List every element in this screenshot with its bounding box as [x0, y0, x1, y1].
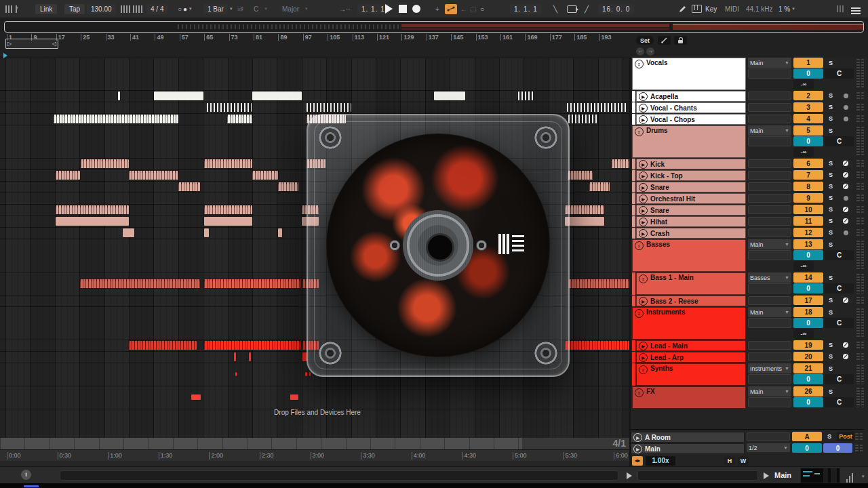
bar-number-ruler[interactable]: 1917253341495765738189971051131211291371… [0, 34, 629, 43]
clip[interactable] [207, 103, 252, 112]
session-record-icon[interactable]: ○ [480, 0, 484, 18]
group-fold-icon[interactable]: ≡ [635, 388, 644, 397]
group-fold-icon[interactable]: ≡ [635, 127, 644, 136]
main-play-icon[interactable] [764, 472, 769, 479]
clip[interactable] [234, 352, 236, 361]
solo-button[interactable]: S [825, 182, 837, 191]
track-name[interactable]: ▶Lead - Main [636, 340, 746, 351]
pan-value[interactable]: C [825, 68, 854, 79]
tap-tempo-button[interactable]: Tap [64, 4, 85, 14]
preview-play-icon[interactable] [627, 472, 632, 479]
set-locator-button[interactable]: Set [636, 36, 654, 45]
play-circle-icon[interactable]: ▶ [639, 342, 648, 350]
layout-selector-icon[interactable]: ▾ [5, 0, 18, 18]
clip[interactable] [290, 394, 298, 400]
track-header-crash[interactable]: ▶Crash12S [632, 228, 865, 239]
track-number-badge[interactable]: 13 [793, 239, 823, 249]
solo-button[interactable]: S [825, 159, 837, 168]
track-number-badge[interactable]: 10 [793, 205, 823, 214]
loop-length-field[interactable]: 16. 0. 0 [598, 4, 634, 14]
arm-button[interactable] [838, 102, 853, 112]
track-name[interactable]: ▶Hihat [636, 216, 746, 227]
return-track-name[interactable]: ▶ A Room [631, 432, 745, 443]
track-number-badge[interactable]: 20 [793, 352, 823, 361]
return-letter-badge[interactable]: A [792, 432, 822, 441]
output-routing-selector[interactable]: Instruments▼ [748, 363, 791, 373]
clip[interactable] [204, 341, 300, 350]
clip[interactable] [568, 115, 598, 123]
clip[interactable] [191, 394, 201, 400]
clip[interactable] [227, 115, 252, 123]
clip[interactable] [204, 159, 252, 168]
lock-envelopes-button[interactable] [674, 36, 687, 45]
track-header-instruments[interactable]: ≡InstrumentsMain▼18S0C-∞ [632, 307, 865, 340]
main-track-lane[interactable]: 4/1 [0, 438, 629, 449]
loop-region-marker[interactable]: ▷ ◁ [5, 39, 58, 49]
play-circle-icon[interactable]: ▶ [639, 206, 648, 215]
input-chooser[interactable] [748, 318, 791, 328]
play-button[interactable] [385, 0, 393, 18]
clip[interactable] [568, 279, 629, 288]
clip[interactable] [54, 115, 178, 123]
input-chooser[interactable] [748, 171, 791, 180]
time-signature-field[interactable]: 4 / 4 [146, 4, 167, 14]
input-chooser[interactable] [748, 205, 791, 214]
input-chooser[interactable] [748, 103, 791, 112]
track-number-badge[interactable]: 4 [793, 114, 823, 123]
group-fold-icon[interactable]: ≡ [639, 274, 648, 283]
volume-value[interactable]: 0 [793, 283, 823, 293]
input-chooser[interactable] [748, 159, 791, 168]
width-zoom-button[interactable]: W [738, 456, 749, 466]
volume-value[interactable]: 0 [793, 397, 823, 407]
input-chooser[interactable] [748, 352, 791, 361]
track-header-fx[interactable]: ≡FXMain▼26S0C [632, 386, 865, 409]
track-name[interactable]: ▶Crash [636, 228, 746, 239]
output-channel-selector[interactable]: 1/2▼ [747, 443, 790, 452]
stop-button[interactable] [399, 0, 407, 18]
solo-button[interactable]: S [825, 125, 837, 136]
input-chooser[interactable] [747, 432, 790, 441]
volume-value[interactable]: 0 [793, 250, 823, 260]
arm-button[interactable] [838, 352, 853, 361]
output-routing-selector[interactable]: Basses▼ [748, 272, 791, 283]
main-track-name[interactable]: ▶ Main [631, 443, 745, 454]
time-ruler[interactable]: 0:000:301:001:302:002:303:003:304:004:30… [0, 449, 629, 462]
punch-in-button[interactable]: ╲ [553, 0, 557, 18]
solo-button[interactable]: S [825, 363, 837, 373]
solo-button[interactable]: S [825, 58, 837, 68]
capture-midi-icon[interactable]: ⬚ [470, 0, 476, 18]
clip[interactable] [56, 205, 129, 214]
track-header-snare[interactable]: ▶Snare10S [632, 205, 865, 216]
next-locator-button[interactable]: → [646, 47, 654, 56]
gain-readout[interactable]: -∞ [793, 147, 814, 157]
input-chooser[interactable] [748, 115, 791, 123]
track-name[interactable]: ▶Snare [636, 205, 746, 216]
beat-time-ruler[interactable]: 1917253341495765738189971051131211291371… [0, 32, 868, 58]
input-chooser[interactable] [748, 397, 791, 407]
automation-mode-button[interactable] [445, 0, 457, 18]
arm-button[interactable] [838, 205, 853, 214]
key-scale-selector[interactable]: Major▾ [278, 0, 308, 18]
output-routing-selector[interactable]: Main▼ [748, 386, 791, 396]
track-number-badge[interactable]: 1 [793, 58, 823, 68]
menu-icon[interactable] [851, 0, 861, 24]
clip[interactable] [154, 92, 203, 100]
solo-button[interactable]: S [825, 296, 837, 305]
clip[interactable] [118, 92, 120, 100]
clip[interactable] [56, 171, 80, 180]
track-name[interactable]: ≡Drums [632, 125, 746, 158]
draw-locator-button[interactable] [658, 36, 671, 45]
clip[interactable] [565, 205, 604, 214]
track-number-badge[interactable]: 9 [793, 193, 823, 203]
pan-value[interactable]: C [825, 136, 854, 146]
input-chooser[interactable] [748, 250, 791, 260]
draw-mode-button[interactable] [678, 0, 687, 18]
play-circle-icon[interactable]: ▶ [639, 160, 648, 169]
track-header-hihat[interactable]: ▶Hihat11S [632, 216, 865, 227]
playhead-start-marker[interactable] [3, 53, 7, 58]
group-fold-icon[interactable]: ≡ [635, 309, 644, 318]
track-name[interactable]: ▶Vocal - Chants [636, 102, 746, 113]
input-chooser[interactable] [748, 341, 791, 350]
clip[interactable] [80, 279, 200, 288]
clip[interactable] [123, 228, 134, 237]
